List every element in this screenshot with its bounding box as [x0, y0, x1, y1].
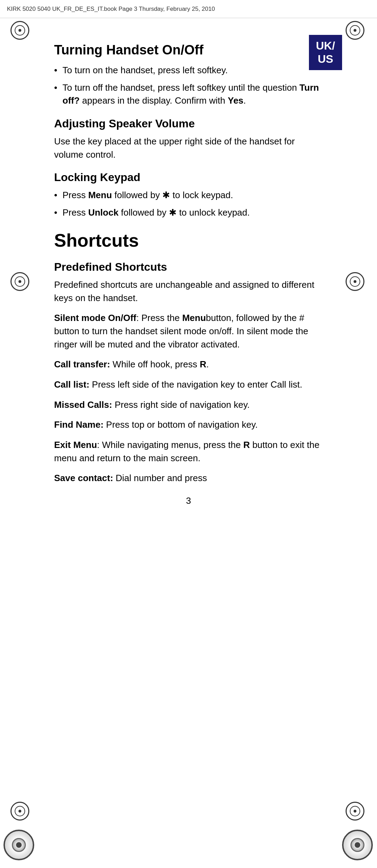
large-circle-bl [3, 830, 34, 860]
corner-circle-bl [10, 802, 29, 821]
corner-circle-br [346, 802, 364, 821]
main-content: Turning Handset On/Off To turn on the ha… [54, 25, 323, 506]
find-name-para: Find Name: Press top or bottom of naviga… [54, 418, 323, 432]
shortcuts-title: Shortcuts [54, 230, 323, 251]
header-bar: KIRK 5020 5040 UK_FR_DE_ES_IT.book Page … [0, 0, 377, 18]
locking-keypad-title: Locking Keypad [54, 171, 323, 184]
corner-circle-tr [346, 21, 364, 40]
corner-decoration-ml [10, 272, 31, 293]
call-list-para: Call list: Press left side of the naviga… [54, 378, 323, 391]
corner-decoration-br [346, 802, 367, 823]
corner-circle-mr [346, 272, 364, 291]
corner-decoration-br-large [342, 830, 374, 861]
missed-calls-para: Missed Calls: Press right side of naviga… [54, 398, 323, 412]
adjusting-speaker-body: Use the key placed at the upper right si… [54, 135, 323, 161]
turning-handset-bullet-2: To turn off the handset, press left soft… [54, 81, 323, 107]
call-transfer-para: Call transfer: While off hook, press R. [54, 358, 323, 371]
corner-decoration-tl [10, 21, 31, 42]
corner-decoration-bl-large [3, 830, 35, 861]
large-circle-br [342, 830, 373, 860]
exit-menu-para: Exit Menu: While navigating menus, press… [54, 439, 323, 465]
turning-handset-bullet-1: To turn on the handset, press left softk… [54, 64, 323, 77]
silent-mode-para: Silent mode On/Off: Press the Menubutton… [54, 312, 323, 351]
page-container: KIRK 5020 5040 UK_FR_DE_ES_IT.book Page … [0, 0, 377, 868]
corner-decoration-bl [10, 802, 31, 823]
turning-handset-title: Turning Handset On/Off [54, 43, 323, 58]
corner-decoration-tr [346, 21, 367, 42]
turning-handset-list: To turn on the handset, press left softk… [54, 64, 323, 107]
predefined-shortcuts-intro: Predefined shortcuts are unchangeable an… [54, 278, 323, 305]
locking-keypad-bullet-2: Press Unlock followed by ✱ to unlock key… [54, 206, 323, 219]
corner-circle-tl [10, 21, 29, 40]
header-text: KIRK 5020 5040 UK_FR_DE_ES_IT.book Page … [7, 6, 215, 13]
locking-keypad-list: Press Menu followed by ✱ to lock keypad.… [54, 189, 323, 219]
predefined-shortcuts-title: Predefined Shortcuts [54, 261, 323, 274]
corner-decoration-mr [346, 272, 367, 293]
locking-keypad-bullet-1: Press Menu followed by ✱ to lock keypad. [54, 189, 323, 202]
adjusting-speaker-title: Adjusting Speaker Volume [54, 117, 323, 130]
page-number: 3 [54, 495, 323, 506]
corner-circle-ml [10, 272, 29, 291]
save-contact-para: Save contact: Dial number and press [54, 472, 323, 485]
